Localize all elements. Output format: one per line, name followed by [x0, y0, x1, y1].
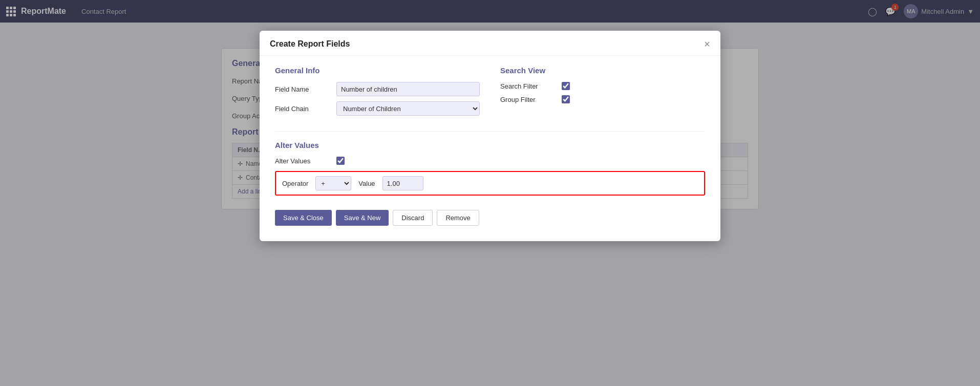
modal-sections: General Info Field Name Field Chain Numb…	[275, 66, 705, 121]
field-name-row: Field Name	[275, 82, 480, 96]
group-filter-label: Group Filter	[500, 96, 557, 103]
field-name-input[interactable]	[336, 82, 480, 96]
modal-overlay: Create Report Fields × General Info Fiel…	[0, 0, 980, 386]
value-input[interactable]	[382, 176, 423, 190]
modal-header: Create Report Fields ×	[260, 31, 720, 56]
field-chain-select[interactable]: Number of Children	[336, 101, 480, 116]
general-info-section: General Info Field Name Field Chain Numb…	[275, 66, 480, 121]
alter-values-section: Alter Values Alter Values Operator + - *…	[275, 131, 705, 196]
search-view-title: Search View	[500, 66, 705, 75]
field-chain-label: Field Chain	[275, 105, 331, 113]
group-filter-checkbox[interactable]	[562, 95, 570, 103]
field-chain-row: Field Chain Number of Children	[275, 101, 480, 116]
search-filter-label: Search Filter	[500, 82, 557, 90]
general-info-title: General Info	[275, 66, 480, 75]
modal-footer: Save & Close Save & New Discard Remove	[275, 210, 705, 226]
discard-button[interactable]: Discard	[393, 210, 433, 226]
alter-values-label: Alter Values	[275, 157, 331, 165]
value-label: Value	[358, 180, 375, 187]
remove-button[interactable]: Remove	[437, 210, 479, 226]
alter-values-row: Alter Values	[275, 157, 705, 165]
alter-values-title: Alter Values	[275, 141, 705, 149]
save-new-button[interactable]: Save & New	[336, 210, 389, 226]
alter-values-checkbox[interactable]	[336, 157, 345, 165]
modal-body: General Info Field Name Field Chain Numb…	[260, 56, 720, 241]
search-filter-row: Search Filter	[500, 82, 705, 90]
group-filter-row: Group Filter	[500, 95, 705, 103]
field-name-label: Field Name	[275, 85, 331, 93]
search-filter-checkbox[interactable]	[562, 82, 570, 90]
operator-select[interactable]: + - * /	[315, 176, 351, 190]
operator-row: Operator + - * / Value	[275, 171, 705, 196]
modal-title: Create Report Fields	[270, 39, 350, 49]
modal-dialog: Create Report Fields × General Info Fiel…	[260, 31, 720, 241]
operator-label: Operator	[282, 180, 308, 187]
search-view-section: Search View Search Filter Group Filter	[500, 66, 705, 121]
modal-close-button[interactable]: ×	[704, 39, 710, 49]
save-close-button[interactable]: Save & Close	[275, 210, 332, 226]
